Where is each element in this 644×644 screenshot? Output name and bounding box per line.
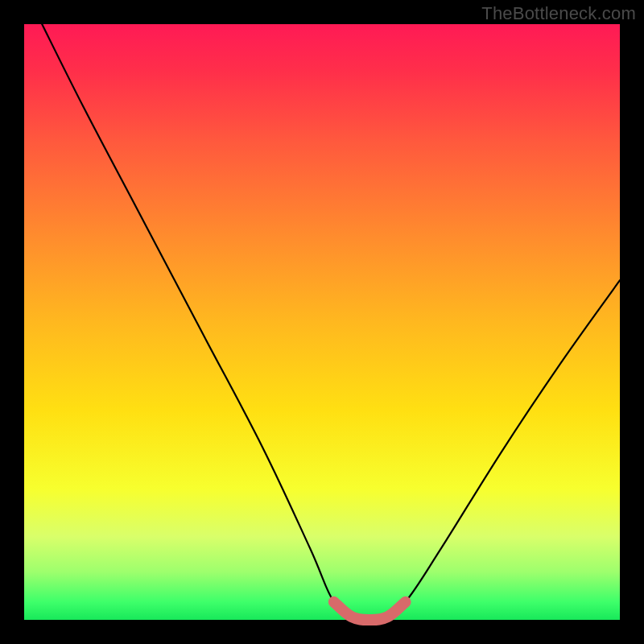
- trough-highlight: [334, 602, 406, 620]
- curve-layer: [24, 24, 620, 620]
- bottleneck-curve: [42, 24, 620, 621]
- chart-frame: TheBottleneck.com: [0, 0, 644, 644]
- watermark-text: TheBottleneck.com: [481, 3, 636, 24]
